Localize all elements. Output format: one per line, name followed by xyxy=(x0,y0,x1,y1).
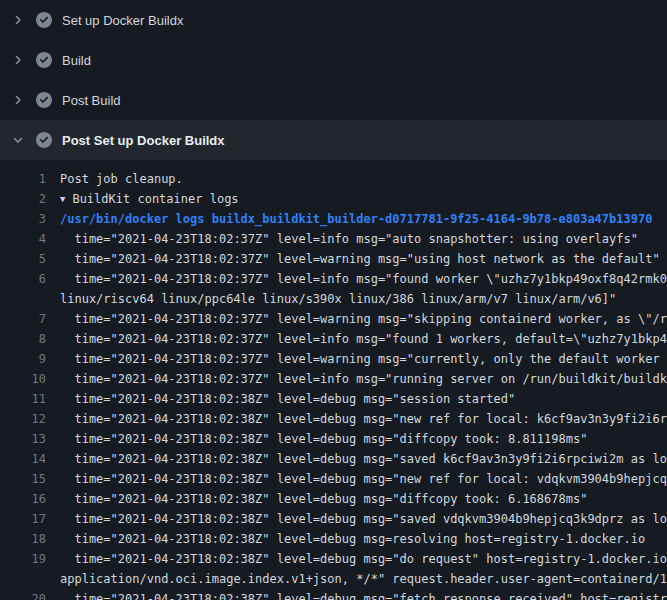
line-number-link[interactable]: 1 xyxy=(0,169,46,189)
log-line-content: time="2021-04-23T18:02:37Z" level=info m… xyxy=(60,229,667,249)
log-line-text: time="2021-04-23T18:02:37Z" level=info m… xyxy=(60,332,667,346)
log-line: 11 time="2021-04-23T18:02:38Z" level=deb… xyxy=(0,389,667,409)
log-line-content: time="2021-04-23T18:02:38Z" level=debug … xyxy=(60,549,667,569)
log-line-content: /usr/bin/docker logs buildx_buildkit_bui… xyxy=(60,209,667,229)
line-number-link[interactable]: 18 xyxy=(0,529,46,549)
log-line-text: time="2021-04-23T18:02:37Z" level=info m… xyxy=(60,232,638,246)
log-line-text: time="2021-04-23T18:02:38Z" level=debug … xyxy=(60,392,515,406)
log-line-text: time="2021-04-23T18:02:38Z" level=debug … xyxy=(60,492,587,506)
chevron-right-icon[interactable] xyxy=(12,54,24,66)
log-line-text: time="2021-04-23T18:02:38Z" level=debug … xyxy=(60,472,667,486)
step-row-post-build[interactable]: Post Build xyxy=(0,80,667,120)
step-label: Post Build xyxy=(62,93,121,108)
log-line: 12 time="2021-04-23T18:02:38Z" level=deb… xyxy=(0,409,667,429)
log-line: 4 time="2021-04-23T18:02:37Z" level=info… xyxy=(0,229,667,249)
log-line-content: time="2021-04-23T18:02:37Z" level=info m… xyxy=(60,329,667,349)
log-line: 17 time="2021-04-23T18:02:38Z" level=deb… xyxy=(0,509,667,529)
log-line-text: time="2021-04-23T18:02:38Z" level=debug … xyxy=(60,452,667,466)
log-line-content: ▼BuildKit container logs xyxy=(60,189,667,209)
log-line: 18 time="2021-04-23T18:02:38Z" level=deb… xyxy=(0,529,667,549)
line-number-link[interactable]: 15 xyxy=(0,469,46,489)
line-number-link[interactable]: 14 xyxy=(0,449,46,469)
log-line: 1 Post job cleanup. xyxy=(0,169,667,189)
log-line-content: time="2021-04-23T18:02:38Z" level=debug … xyxy=(60,469,667,489)
log-line-content: time="2021-04-23T18:02:38Z" level=debug … xyxy=(60,409,667,429)
log-line: 5 time="2021-04-23T18:02:37Z" level=warn… xyxy=(0,249,667,269)
line-number-link[interactable]: 16 xyxy=(0,489,46,509)
line-number-link[interactable]: 12 xyxy=(0,409,46,429)
log-line-content: time="2021-04-23T18:02:38Z" level=debug … xyxy=(60,389,667,409)
line-number-link[interactable]: 20 xyxy=(0,589,46,600)
step-label: Set up Docker Buildx xyxy=(62,13,183,28)
log-line-text: time="2021-04-23T18:02:38Z" level=debug … xyxy=(60,592,667,600)
log-line-content: time="2021-04-23T18:02:38Z" level=debug … xyxy=(60,429,667,449)
line-number-link[interactable]: 13 xyxy=(0,429,46,449)
line-number-link[interactable]: 11 xyxy=(0,389,46,409)
line-number-link[interactable]: 3 xyxy=(0,209,46,229)
log-lines: 1 Post job cleanup. 2 ▼BuildKit containe… xyxy=(0,160,667,600)
line-number-link[interactable]: 6 xyxy=(0,269,46,289)
log-line-content: time="2021-04-23T18:02:37Z" level=info m… xyxy=(60,269,667,289)
step-row-post-set-up-docker-buildx[interactable]: Post Set up Docker Buildx xyxy=(0,120,667,160)
log-line-text: time="2021-04-23T18:02:37Z" level=warnin… xyxy=(60,312,667,326)
log-line-text: time="2021-04-23T18:02:38Z" level=debug … xyxy=(60,532,645,546)
log-line: application/vnd.oci.image.index.v1+json,… xyxy=(0,569,667,589)
log-line-text: application/vnd.oci.image.index.v1+json,… xyxy=(60,572,667,586)
line-number-link[interactable]: 5 xyxy=(0,249,46,269)
log-line: 16 time="2021-04-23T18:02:38Z" level=deb… xyxy=(0,489,667,509)
log-line: 2 ▼BuildKit container logs xyxy=(0,189,667,209)
log-line-content: Post job cleanup. xyxy=(60,169,667,189)
line-number-link[interactable]: 10 xyxy=(0,369,46,389)
line-number-link[interactable] xyxy=(0,569,46,589)
log-line-content: time="2021-04-23T18:02:37Z" level=warnin… xyxy=(60,309,667,329)
check-circle-icon xyxy=(36,92,52,108)
log-line-text: linux/riscv64 linux/ppc64le linux/s390x … xyxy=(60,292,616,306)
check-circle-icon xyxy=(36,52,52,68)
triangle-down-icon[interactable]: ▼ xyxy=(60,194,65,204)
actions-log-viewer: Set up Docker Buildx Build Post Build Po… xyxy=(0,0,667,600)
line-number-link[interactable]: 19 xyxy=(0,549,46,569)
log-line: 3 /usr/bin/docker logs buildx_buildkit_b… xyxy=(0,209,667,229)
log-line: 20 time="2021-04-23T18:02:38Z" level=deb… xyxy=(0,589,667,600)
log-line-content: time="2021-04-23T18:02:37Z" level=warnin… xyxy=(60,249,667,269)
log-line-text: BuildKit container logs xyxy=(72,192,238,206)
log-line-text: time="2021-04-23T18:02:38Z" level=debug … xyxy=(60,552,667,566)
log-line: 6 time="2021-04-23T18:02:37Z" level=info… xyxy=(0,269,667,289)
log-line: 8 time="2021-04-23T18:02:37Z" level=info… xyxy=(0,329,667,349)
line-number-link[interactable] xyxy=(0,289,46,309)
log-line: 9 time="2021-04-23T18:02:37Z" level=warn… xyxy=(0,349,667,369)
log-line-content: time="2021-04-23T18:02:38Z" level=debug … xyxy=(60,509,667,529)
log-line-content: time="2021-04-23T18:02:38Z" level=debug … xyxy=(60,589,667,600)
log-line-content: time="2021-04-23T18:02:37Z" level=warnin… xyxy=(60,349,667,369)
step-label: Build xyxy=(62,53,91,68)
log-line: 15 time="2021-04-23T18:02:38Z" level=deb… xyxy=(0,469,667,489)
log-line: 7 time="2021-04-23T18:02:37Z" level=warn… xyxy=(0,309,667,329)
line-number-link[interactable]: 8 xyxy=(0,329,46,349)
log-line-text: time="2021-04-23T18:02:37Z" level=warnin… xyxy=(60,352,667,366)
line-number-link[interactable]: 9 xyxy=(0,349,46,369)
log-line: linux/riscv64 linux/ppc64le linux/s390x … xyxy=(0,289,667,309)
line-number-link[interactable]: 7 xyxy=(0,309,46,329)
log-line-content: time="2021-04-23T18:02:37Z" level=info m… xyxy=(60,369,667,389)
log-line: 19 time="2021-04-23T18:02:38Z" level=deb… xyxy=(0,549,667,569)
chevron-right-icon[interactable] xyxy=(12,94,24,106)
log-line-text: time="2021-04-23T18:02:38Z" level=debug … xyxy=(60,432,587,446)
line-number-link[interactable]: 2 xyxy=(0,189,46,209)
log-line-text: time="2021-04-23T18:02:37Z" level=info m… xyxy=(60,372,667,386)
step-row-set-up-docker-buildx[interactable]: Set up Docker Buildx xyxy=(0,0,667,40)
log-line-content: time="2021-04-23T18:02:38Z" level=debug … xyxy=(60,449,667,469)
chevron-down-icon[interactable] xyxy=(12,134,24,146)
chevron-right-icon[interactable] xyxy=(12,14,24,26)
log-line-text: time="2021-04-23T18:02:37Z" level=info m… xyxy=(60,272,667,286)
log-line-content: linux/riscv64 linux/ppc64le linux/s390x … xyxy=(60,289,667,309)
log-line: 14 time="2021-04-23T18:02:38Z" level=deb… xyxy=(0,449,667,469)
line-number-link[interactable]: 17 xyxy=(0,509,46,529)
log-line-text: Post job cleanup. xyxy=(60,172,183,186)
log-line-content: time="2021-04-23T18:02:38Z" level=debug … xyxy=(60,489,667,509)
log-line-content: application/vnd.oci.image.index.v1+json,… xyxy=(60,569,667,589)
line-number-link[interactable]: 4 xyxy=(0,229,46,249)
log-line-text: /usr/bin/docker logs buildx_buildkit_bui… xyxy=(60,212,652,226)
step-label: Post Set up Docker Buildx xyxy=(62,133,225,148)
step-row-build[interactable]: Build xyxy=(0,40,667,80)
log-line-text: time="2021-04-23T18:02:38Z" level=debug … xyxy=(60,412,667,426)
